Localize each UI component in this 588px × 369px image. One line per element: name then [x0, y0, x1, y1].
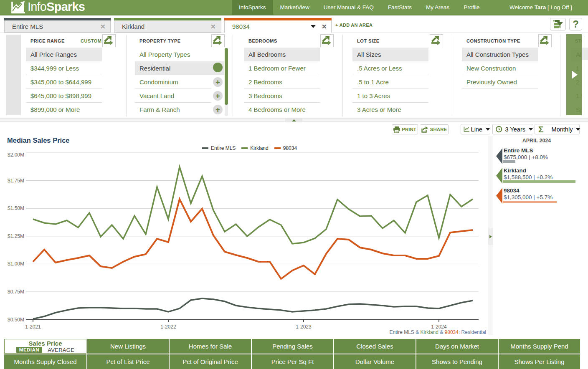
- svg-text:$1.50M: $1.50M: [8, 205, 24, 211]
- svg-text:$1.00M: $1.00M: [8, 261, 24, 267]
- svg-text:1-2022: 1-2022: [160, 324, 176, 330]
- svg-text:$2.00M: $2.00M: [8, 152, 24, 158]
- svg-text:$0.50M: $0.50M: [8, 317, 24, 323]
- svg-text:1-2023: 1-2023: [296, 324, 312, 330]
- svg-text:$0.75M: $0.75M: [8, 289, 24, 295]
- svg-text:$1.25M: $1.25M: [8, 233, 24, 239]
- svg-text:1-2021: 1-2021: [25, 324, 41, 330]
- svg-text:1-2024: 1-2024: [431, 324, 447, 330]
- svg-text:$1.75M: $1.75M: [8, 178, 24, 184]
